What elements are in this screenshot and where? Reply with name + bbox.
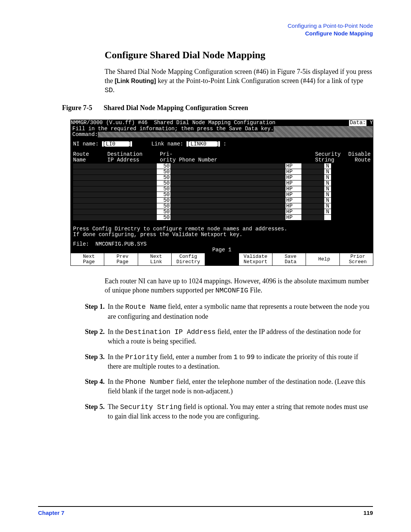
phone-number-cell[interactable]	[170, 192, 285, 197]
softkey-help[interactable]: Help	[306, 253, 339, 265]
softkey-next[interactable]: Next Page	[71, 253, 104, 265]
phone-number-cell[interactable]	[170, 175, 285, 180]
table-row: 50HPN	[73, 163, 371, 169]
disable-route-cell[interactable]	[324, 215, 331, 220]
footer-chapter: Chapter 7	[38, 509, 64, 517]
priority-cell[interactable]: 50	[157, 169, 170, 174]
disable-route-cell[interactable]: N	[324, 192, 331, 197]
terminal-title-mid: Shared Dial Node Mapping Configuration	[148, 120, 276, 126]
priority-cell[interactable]: 50	[157, 215, 170, 220]
phone-number-cell[interactable]	[170, 209, 285, 214]
phone-number-cell[interactable]	[170, 163, 285, 169]
link-name-label: Link name:	[151, 141, 183, 147]
route-name-cell[interactable]	[73, 192, 107, 197]
step-label: Step 4.	[61, 377, 108, 396]
phone-number-cell[interactable]	[170, 181, 285, 186]
ni-link-row: NI name: [LI0 ] Link name: [LINK0 ] :	[71, 141, 373, 147]
ip-address-cell[interactable]	[107, 192, 157, 197]
phone-number-cell[interactable]	[170, 169, 285, 174]
header-topic: Configuring a Point-to-Point Node	[38, 22, 373, 30]
priority-cell[interactable]: 50	[157, 203, 170, 209]
table-row: 50HPN	[73, 181, 371, 186]
disable-route-cell[interactable]: N	[324, 175, 331, 180]
ip-address-cell[interactable]	[107, 181, 157, 186]
terminal-softkeys: Next Page Prev Page Next LinkConfigDirec…	[71, 253, 373, 265]
priority-cell[interactable]: 50	[157, 198, 170, 203]
terminal-screenshot: NMMGR/3000 (V.uu.ff) #46 Shared Dial Nod…	[70, 120, 373, 266]
route-name-cell[interactable]	[73, 215, 107, 220]
terminal-page-indicator: Page 1	[71, 247, 373, 253]
ip-address-cell[interactable]	[107, 209, 157, 214]
route-name-cell[interactable]	[73, 203, 107, 209]
table-row: 50HP	[73, 215, 371, 220]
softkey-save[interactable]: Save Data	[272, 253, 306, 265]
priority-cell[interactable]: 50	[157, 209, 170, 214]
ip-address-cell[interactable]	[107, 198, 157, 203]
disable-route-cell[interactable]: N	[324, 163, 331, 169]
softkey-prior[interactable]: Prior Screen	[340, 253, 373, 265]
intro-text-2: key at the Point-to-Point Link Configura…	[158, 77, 363, 85]
security-string-cell[interactable]: HP	[285, 169, 301, 174]
terminal-data-label: Data:	[349, 120, 366, 126]
priority-cell[interactable]: 50	[157, 181, 170, 186]
route-name-cell[interactable]	[73, 169, 107, 174]
softkey-prev[interactable]: Prev Page	[104, 253, 138, 265]
link-name-field[interactable]: [LINK0 ]	[186, 141, 220, 147]
terminal-command-line: Command:	[71, 132, 373, 137]
softkey-config[interactable]: ConfigDirectry	[172, 253, 205, 265]
intro-paragraph: The Shared Dial Node Mapping Configurati…	[105, 67, 373, 95]
security-string-cell[interactable]: HP	[285, 163, 301, 169]
ip-address-cell[interactable]	[107, 169, 157, 174]
disable-route-cell[interactable]: N	[324, 186, 331, 192]
nmconfig-code: NMCONFIG	[215, 287, 248, 294]
table-row: 50HPN	[73, 203, 371, 209]
route-name-cell[interactable]	[73, 209, 107, 214]
page-header: Configuring a Point-to-Point Node Config…	[38, 22, 373, 38]
priority-cell[interactable]: 50	[157, 186, 170, 192]
phone-number-cell[interactable]	[170, 198, 285, 203]
security-string-cell[interactable]: HP	[285, 175, 301, 180]
file-value: NMCONFIG.PUB.SYS	[96, 241, 147, 247]
terminal-data-value: Y	[366, 120, 373, 126]
security-string-cell[interactable]: HP	[285, 192, 301, 197]
softkey-blank	[205, 253, 239, 265]
security-string-cell[interactable]: HP	[285, 181, 301, 186]
disable-route-cell[interactable]: N	[324, 181, 331, 186]
security-string-cell[interactable]: HP	[285, 198, 301, 203]
ip-address-cell[interactable]	[107, 163, 157, 169]
sd-code: SD	[105, 86, 113, 94]
route-name-cell[interactable]	[73, 186, 107, 192]
security-string-cell[interactable]: HP	[285, 209, 301, 214]
disable-route-cell[interactable]: N	[324, 169, 331, 174]
route-name-cell[interactable]	[73, 163, 107, 169]
priority-cell[interactable]: 50	[157, 192, 170, 197]
ip-address-cell[interactable]	[107, 215, 157, 220]
terminal-file-row: File: NMCONFIG.PUB.SYS	[71, 241, 373, 247]
ip-address-cell[interactable]	[107, 175, 157, 180]
disable-route-cell[interactable]: N	[324, 203, 331, 209]
route-name-cell[interactable]	[73, 175, 107, 180]
security-string-cell[interactable]: HP	[285, 203, 301, 209]
softkey-validate[interactable]: ValidateNetxport	[239, 253, 272, 265]
disable-route-cell[interactable]: N	[324, 209, 331, 214]
disable-route-cell[interactable]: N	[324, 198, 331, 203]
file-label: File:	[73, 241, 89, 247]
ni-name-field[interactable]: [LI0 ]	[102, 141, 132, 147]
priority-cell[interactable]: 50	[157, 175, 170, 180]
phone-number-cell[interactable]	[170, 215, 285, 220]
column-headers-2: NameIP Addressority Phone NumberStringRo…	[71, 157, 373, 163]
ip-address-cell[interactable]	[107, 186, 157, 192]
step-text: The Security String field is optional. Y…	[108, 402, 373, 421]
softkey-next[interactable]: Next Link	[138, 253, 172, 265]
step-2: Step 2.In the Destination IP Address fie…	[61, 327, 373, 346]
phone-number-cell[interactable]	[170, 186, 285, 192]
security-string-cell[interactable]: HP	[285, 186, 301, 192]
phone-number-cell[interactable]	[170, 203, 285, 209]
priority-cell[interactable]: 50	[157, 163, 170, 169]
table-row: 50HPN	[73, 198, 371, 203]
ip-address-cell[interactable]	[107, 203, 157, 209]
route-name-cell[interactable]	[73, 198, 107, 203]
route-name-cell[interactable]	[73, 181, 107, 186]
step-3: Step 3.In the Priority field, enter a nu…	[61, 352, 373, 371]
security-string-cell[interactable]: HP	[285, 215, 301, 220]
